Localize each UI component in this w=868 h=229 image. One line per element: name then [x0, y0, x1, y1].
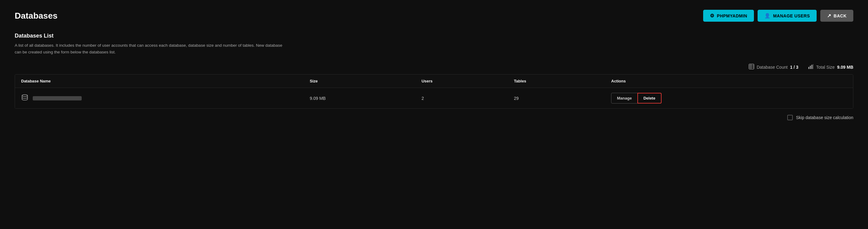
svg-rect-7: [813, 64, 813, 69]
database-count-label: Database Count: [757, 65, 787, 70]
col-database-name: Database Name: [15, 75, 304, 88]
manage-users-label: MANAGE USERS: [773, 13, 810, 18]
manage-users-button[interactable]: MANAGE USERS: [757, 10, 817, 22]
row-action-buttons: Manage Delete: [611, 93, 847, 104]
databases-section: Databases List A list of all databases. …: [15, 33, 853, 120]
database-icon: [21, 94, 28, 103]
cell-actions: Manage Delete: [605, 88, 853, 109]
cell-database-name: [15, 88, 304, 109]
database-count-stat: Database Count 1 / 3: [749, 64, 798, 71]
database-count-value: 1 / 3: [790, 65, 798, 70]
header-actions: PHPMYADMIN MANAGE USERS BACK: [703, 10, 853, 22]
back-label: BACK: [834, 13, 846, 18]
col-size: Size: [304, 75, 415, 88]
section-title: Databases List: [15, 33, 853, 39]
manage-button[interactable]: Manage: [611, 93, 638, 104]
col-tables: Tables: [508, 75, 605, 88]
svg-point-8: [22, 94, 28, 97]
svg-rect-0: [749, 64, 754, 69]
skip-row: Skip database size calculation: [15, 115, 853, 120]
delete-button[interactable]: Delete: [638, 93, 661, 104]
phpmyadmin-label: PHPMYADMIN: [717, 13, 747, 18]
phpmyadmin-button[interactable]: PHPMYADMIN: [703, 10, 754, 22]
settings-icon: [710, 13, 714, 18]
back-button[interactable]: BACK: [820, 10, 853, 22]
cell-tables: 29: [508, 88, 605, 109]
databases-table: Database Name Size Users Tables Actions: [15, 75, 853, 108]
total-size-icon: [808, 64, 813, 71]
stats-row: Database Count 1 / 3 Total Size 9.09 MB: [15, 64, 853, 71]
back-icon: [827, 13, 831, 18]
svg-rect-4: [808, 67, 809, 69]
database-name-value: [33, 96, 82, 101]
col-users: Users: [415, 75, 508, 88]
section-description: A list of all databases. It includes the…: [15, 42, 290, 55]
cell-size: 9.09 MB: [304, 88, 415, 109]
total-size-value: 9.09 MB: [837, 65, 853, 70]
total-size-stat: Total Size 9.09 MB: [808, 64, 853, 71]
table-header-row: Database Name Size Users Tables Actions: [15, 75, 853, 88]
skip-checkbox[interactable]: [787, 115, 793, 120]
page-title: Databases: [15, 11, 58, 21]
svg-rect-5: [810, 66, 811, 69]
user-icon: [764, 13, 771, 18]
database-count-icon: [749, 64, 754, 71]
total-size-label: Total Size: [816, 65, 835, 70]
databases-table-wrapper: Database Name Size Users Tables Actions: [15, 74, 853, 109]
col-actions: Actions: [605, 75, 853, 88]
cell-users: 2: [415, 88, 508, 109]
svg-rect-6: [811, 65, 812, 69]
table-row: 9.09 MB 2 29 Manage Delete: [15, 88, 853, 109]
skip-label: Skip database size calculation: [796, 115, 853, 120]
